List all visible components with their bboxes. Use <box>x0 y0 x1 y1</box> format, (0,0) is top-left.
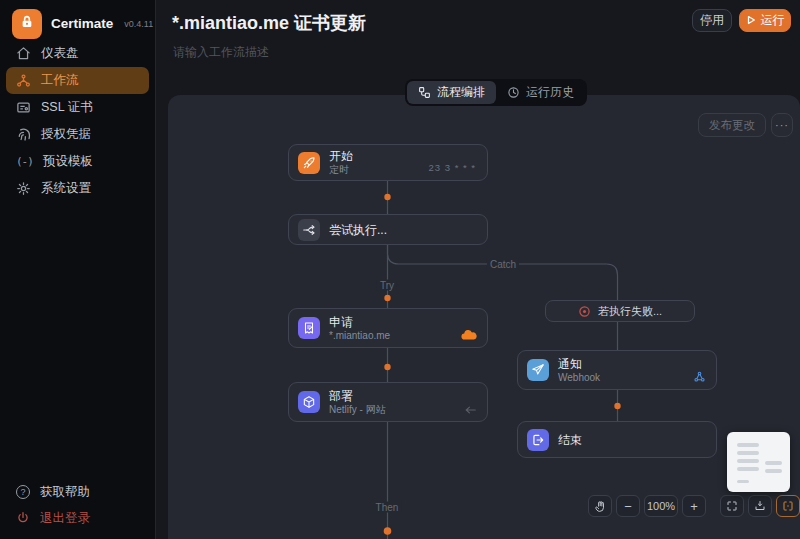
branch-label-catch: Catch <box>487 259 519 270</box>
minimap-toggle-button[interactable] <box>776 495 800 517</box>
certificate-request-icon <box>298 317 320 339</box>
minimap-node-bar <box>737 451 759 455</box>
node-deploy[interactable]: 部署 Netlify - 网站 <box>288 382 488 422</box>
workflow-icon <box>16 73 31 88</box>
logout-icon <box>16 511 30 525</box>
webhook-icon <box>693 370 706 383</box>
run-button[interactable]: 运行 <box>739 9 791 32</box>
flow-editor-icon <box>418 86 431 99</box>
tab-label: 运行历史 <box>526 84 574 101</box>
node-notify[interactable]: 通知 Webhook <box>517 350 717 390</box>
export-image-button[interactable] <box>748 495 772 517</box>
minimap[interactable] <box>727 432 790 492</box>
sidebar-footer: ? 获取帮助 退出登录 <box>0 479 155 531</box>
sidebar-item-label: 授权凭据 <box>41 126 91 143</box>
publish-changes-button[interactable]: 发布更改 <box>698 113 766 137</box>
brand-version: v0.4.11 <box>124 19 153 29</box>
minimap-node-bar <box>737 467 759 471</box>
dashboard-icon <box>16 46 31 61</box>
node-title: 尝试执行... <box>329 223 387 237</box>
run-label: 运行 <box>761 12 785 29</box>
node-title: 通知 <box>558 357 600 371</box>
certimate-app: Certimate v0.4.11 仪表盘 工作流 SSL 证书 授权凭据 (-… <box>0 0 800 539</box>
help-icon: ? <box>16 485 30 499</box>
tab-run-history[interactable]: 运行历史 <box>496 81 585 104</box>
cloudflare-icon <box>461 330 477 341</box>
minimap-node-bar <box>737 480 749 483</box>
minimap-node-bar <box>765 461 782 465</box>
sidebar-item-workflows[interactable]: 工作流 <box>6 67 149 94</box>
sidebar-item-label: 预设模板 <box>43 153 93 170</box>
brand-name: Certimate <box>51 16 113 31</box>
play-icon <box>746 14 756 28</box>
node-subtitle: Netlify - 网站 <box>329 404 386 416</box>
notify-plane-icon <box>527 359 549 381</box>
canvas-controls: − 100% + <box>588 495 800 517</box>
branch-split-icon <box>298 219 320 241</box>
get-help-item[interactable]: ? 获取帮助 <box>6 479 149 505</box>
zoom-in-button[interactable]: + <box>682 495 706 517</box>
help-label: 获取帮助 <box>40 484 90 501</box>
sidebar-item-settings[interactable]: 系统设置 <box>6 175 149 202</box>
page-title: *.miantiao.me 证书更新 <box>172 11 366 35</box>
deploy-provider-icon <box>463 405 477 415</box>
sidebar-nav: 仪表盘 工作流 SSL 证书 授权凭据 (-) 预设模板 系统设置 <box>0 40 155 202</box>
node-end[interactable]: 结束 <box>517 421 717 458</box>
history-icon <box>507 86 520 99</box>
sidebar-item-templates[interactable]: (-) 预设模板 <box>6 148 149 175</box>
brand: Certimate v0.4.11 <box>0 0 155 40</box>
node-title: 开始 <box>329 149 353 163</box>
sidebar-item-label: 仪表盘 <box>41 45 79 62</box>
minimap-node-bar <box>765 469 782 473</box>
branch-label-then: Then <box>373 502 402 513</box>
workflow-canvas[interactable]: Try Catch Then 发布更改 ··· 开始 定时 23 3 * * *… <box>168 95 800 539</box>
logout-item[interactable]: 退出登录 <box>6 505 149 531</box>
rocket-icon <box>298 152 320 174</box>
tab-flow-editor[interactable]: 流程编排 <box>407 81 496 104</box>
template-icon: (-) <box>16 155 33 168</box>
node-apply[interactable]: 申请 *.miantiao.me <box>288 308 488 348</box>
pause-button[interactable]: 停用 <box>692 9 732 32</box>
sidebar-item-label: SSL 证书 <box>41 99 93 116</box>
failure-target-icon <box>578 305 591 318</box>
deploy-package-icon <box>298 391 320 413</box>
zoom-out-button[interactable]: − <box>616 495 640 517</box>
lock-icon <box>19 14 35 34</box>
fit-view-button[interactable] <box>720 495 744 517</box>
node-title: 申请 <box>329 315 390 329</box>
sidebar: Certimate v0.4.11 仪表盘 工作流 SSL 证书 授权凭据 (-… <box>0 0 156 539</box>
logout-label: 退出登录 <box>40 510 90 527</box>
node-try[interactable]: 尝试执行... <box>288 214 488 245</box>
settings-icon <box>16 181 31 196</box>
view-tabs: 流程编排 运行历史 <box>405 79 587 106</box>
sidebar-item-dashboard[interactable]: 仪表盘 <box>6 40 149 67</box>
minimap-node-bar <box>737 443 759 447</box>
credentials-icon <box>16 127 31 142</box>
minimap-node-bar <box>737 459 759 463</box>
sidebar-item-label: 工作流 <box>41 72 79 89</box>
cron-expression: 23 3 * * * <box>429 162 477 173</box>
node-subtitle: Webhook <box>558 372 600 384</box>
sidebar-item-label: 系统设置 <box>41 180 91 197</box>
end-exit-icon <box>527 429 549 451</box>
node-start[interactable]: 开始 定时 23 3 * * * <box>288 144 488 181</box>
node-title: 部署 <box>329 389 386 403</box>
node-title: 若执行失败... <box>598 304 662 319</box>
node-title: 结束 <box>558 433 582 447</box>
workflow-description-placeholder[interactable]: 请输入工作流描述 <box>173 44 269 61</box>
sidebar-item-credentials[interactable]: 授权凭据 <box>6 121 149 148</box>
pan-hand-button[interactable] <box>588 495 612 517</box>
zoom-level-button[interactable]: 100% <box>644 495 678 517</box>
certimate-logo <box>12 9 42 39</box>
certificate-icon <box>16 100 31 115</box>
more-options-button[interactable]: ··· <box>771 113 793 137</box>
node-subtitle: *.miantiao.me <box>329 330 390 342</box>
node-subtitle: 定时 <box>329 164 353 176</box>
node-catch-condition[interactable]: 若执行失败... <box>545 300 695 322</box>
tab-label: 流程编排 <box>437 84 485 101</box>
sidebar-item-ssl-certificates[interactable]: SSL 证书 <box>6 94 149 121</box>
branch-label-try: Try <box>377 280 397 291</box>
